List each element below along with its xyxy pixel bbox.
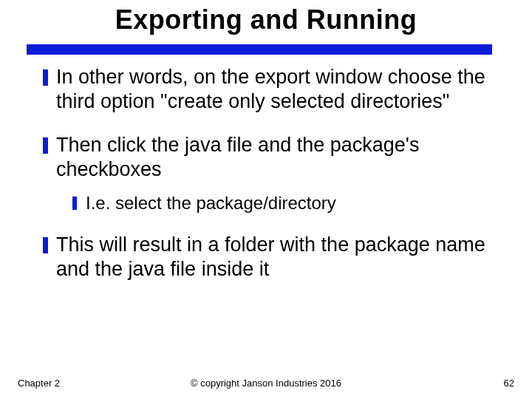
sub-bullet-item: I.e. select the package/directory	[72, 192, 502, 214]
slide-title: Exporting and Running	[0, 4, 532, 35]
bullet-text: Then click the java file and the package…	[56, 133, 502, 182]
bullet-item: In other words, on the export window cho…	[43, 65, 502, 114]
title-rule	[27, 44, 492, 55]
slide-body: In other words, on the export window cho…	[43, 65, 502, 301]
sub-bullet-text: I.e. select the package/directory	[86, 192, 336, 214]
bullet-bar-icon	[72, 197, 78, 210]
bullet-text: This will result in a folder with the pa…	[56, 233, 502, 282]
footer-copyright: © copyright Janson Industries 2016	[0, 378, 532, 389]
bullet-item: This will result in a folder with the pa…	[43, 233, 502, 282]
slide-footer: Chapter 2 © copyright Janson Industries …	[0, 375, 532, 389]
bullet-bar-icon	[43, 137, 49, 154]
bullet-bar-icon	[43, 69, 49, 86]
bullet-item: Then click the java file and the package…	[43, 133, 502, 182]
bullet-bar-icon	[43, 237, 49, 253]
footer-page-number: 62	[504, 378, 514, 389]
bullet-text: In other words, on the export window cho…	[56, 65, 502, 114]
slide: Exporting and Running In other words, on…	[0, 0, 532, 399]
